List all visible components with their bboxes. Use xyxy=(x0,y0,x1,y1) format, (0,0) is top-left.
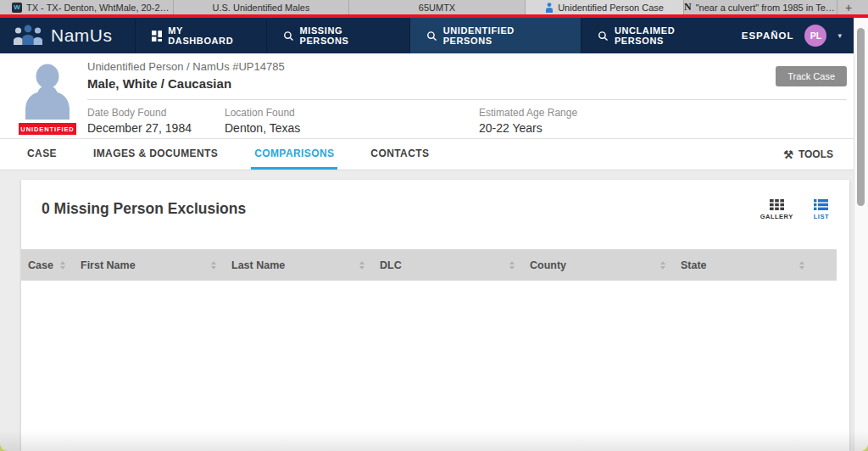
tools-icon: ⚒ xyxy=(783,149,793,160)
column-header-dlc[interactable]: DLC xyxy=(373,249,523,281)
browser-tab-title: 65UMTX xyxy=(419,3,455,13)
tools-label: TOOLS xyxy=(798,148,833,160)
new-tab-button[interactable]: + xyxy=(837,0,860,14)
browser-tab-active[interactable]: Unidentified Person Case xyxy=(526,0,684,14)
sort-icon xyxy=(660,261,665,270)
field-label: Location Found xyxy=(225,107,479,119)
column-label: Last Name xyxy=(231,259,285,271)
browser-tab-title: "near a culvert" from 1985 in Texas... xyxy=(696,3,837,13)
websleuths-favicon-icon: W xyxy=(12,3,22,13)
tab-case[interactable]: CASE xyxy=(24,139,60,170)
content-area: 0 Missing Person Exclusions GALLERY xyxy=(0,180,854,451)
case-header: UNIDENTIFIED Unidentified Person / NamUs… xyxy=(0,53,854,139)
tab-comparisons[interactable]: COMPARISONS xyxy=(251,139,337,170)
chevron-down-icon[interactable]: ▾ xyxy=(837,31,842,40)
column-label: Case xyxy=(28,259,53,271)
field-label: Estimated Age Range xyxy=(479,107,577,119)
column-header-county[interactable]: County xyxy=(523,249,674,281)
column-label: DLC xyxy=(380,259,402,271)
field-date-body-found: Date Body Found December 27, 1984 xyxy=(87,107,225,135)
case-tab-bar: CASE IMAGES & DOCUMENTS COMPARISONS CONT… xyxy=(0,139,854,170)
case-avatar: UNIDENTIFIED xyxy=(19,59,76,138)
brand-name: NamUs xyxy=(51,25,113,46)
search-icon xyxy=(598,31,609,42)
field-value: 20-22 Years xyxy=(479,121,577,135)
nav-item-missing-persons[interactable]: MISSING PERSONS xyxy=(266,18,409,53)
exclusions-card: 0 Missing Person Exclusions GALLERY xyxy=(21,180,849,451)
nav-item-label: UNCLAIMED PERSONS xyxy=(615,25,726,46)
tab-images-documents[interactable]: IMAGES & DOCUMENTS xyxy=(90,139,221,170)
column-header-state[interactable]: State xyxy=(674,249,837,281)
field-estimated-age-range: Estimated Age Range 20-22 Years xyxy=(479,107,577,135)
scrollbar-thumb[interactable] xyxy=(857,28,865,206)
status-badge: UNIDENTIFIED xyxy=(19,123,76,135)
field-location-found: Location Found Denton, Texas xyxy=(225,107,479,135)
main-navbar: NamUs MY DASHBOARD MISSING PERSONS xyxy=(0,18,854,53)
page-title: Male, White / Caucasian xyxy=(87,76,854,91)
nav-item-label: MY DASHBOARD xyxy=(168,25,249,46)
unidentified-silhouette-icon xyxy=(19,59,76,120)
nav-item-my-dashboard[interactable]: MY DASHBOARD xyxy=(135,18,266,53)
namus-people-icon xyxy=(13,23,43,48)
sort-icon xyxy=(211,261,216,270)
namus-person-favicon-icon xyxy=(545,3,554,13)
gallery-view-toggle[interactable]: GALLERY xyxy=(760,199,793,220)
browser-tab[interactable]: 65UMTX xyxy=(349,0,526,14)
section-heading: 0 Missing Person Exclusions xyxy=(42,200,246,218)
column-label: First Name xyxy=(81,259,136,271)
column-header-last-name[interactable]: Last Name xyxy=(225,249,373,281)
list-label: LIST xyxy=(814,213,829,220)
browser-tab[interactable]: U.S. Unidentified Males xyxy=(174,0,349,14)
tab-contacts[interactable]: CONTACTS xyxy=(367,139,432,170)
nav-item-unidentified-persons[interactable]: UNIDENTIFIED PERSONS xyxy=(409,18,581,53)
sort-icon xyxy=(509,261,515,270)
track-case-button[interactable]: Track Case xyxy=(776,66,847,86)
tools-button[interactable]: ⚒ TOOLS xyxy=(783,139,833,170)
search-icon xyxy=(283,31,294,42)
search-icon xyxy=(426,31,437,42)
sort-icon xyxy=(799,261,804,270)
browser-tab[interactable]: W TX - TX- Denton, WhtMale, 20-22, UP... xyxy=(12,0,174,14)
browser-tab-title: Unidentified Person Case xyxy=(558,3,664,13)
browser-tab-title: U.S. Unidentified Males xyxy=(213,3,310,13)
user-avatar[interactable]: PL xyxy=(804,25,826,47)
list-view-toggle[interactable]: LIST xyxy=(814,199,829,220)
namus-logo[interactable]: NamUs xyxy=(0,18,135,53)
browser-tab[interactable]: N "near a culvert" from 1985 in Texas... xyxy=(684,0,837,14)
column-header-first-name[interactable]: First Name xyxy=(74,249,225,281)
gallery-label: GALLERY xyxy=(760,213,793,220)
gallery-grid-icon xyxy=(770,199,784,210)
column-label: State xyxy=(681,259,707,271)
nav-item-unclaimed-persons[interactable]: UNCLAIMED PERSONS xyxy=(581,18,742,53)
nav-item-label: MISSING PERSONS xyxy=(299,25,392,46)
browser-scrollbar[interactable] xyxy=(854,18,868,451)
exclusions-table-header: Case First Name Last Name DLC xyxy=(21,249,837,281)
breadcrumb: Unidentified Person / NamUs #UP14785 xyxy=(87,60,854,73)
dashboard-grid-icon xyxy=(152,31,163,42)
language-toggle[interactable]: ESPAÑOL xyxy=(742,31,794,41)
field-value: Denton, Texas xyxy=(225,121,479,135)
browser-window: W TX - TX- Denton, WhtMale, 20-22, UP...… xyxy=(0,0,868,451)
divider xyxy=(87,99,847,100)
sort-icon xyxy=(359,261,364,270)
nav-item-label: UNIDENTIFIED PERSONS xyxy=(443,25,565,46)
column-label: County xyxy=(530,259,566,271)
browser-tab-bar: W TX - TX- Denton, WhtMale, 20-22, UP...… xyxy=(0,0,868,14)
field-value: December 27, 1984 xyxy=(87,121,225,135)
serif-n-favicon-icon: N xyxy=(684,1,692,14)
column-header-case[interactable]: Case xyxy=(21,249,74,281)
browser-tab-title: TX - TX- Denton, WhtMale, 20-22, UP... xyxy=(26,3,173,13)
sort-icon xyxy=(60,261,65,270)
list-rows-icon xyxy=(814,199,828,210)
field-label: Date Body Found xyxy=(87,107,225,119)
